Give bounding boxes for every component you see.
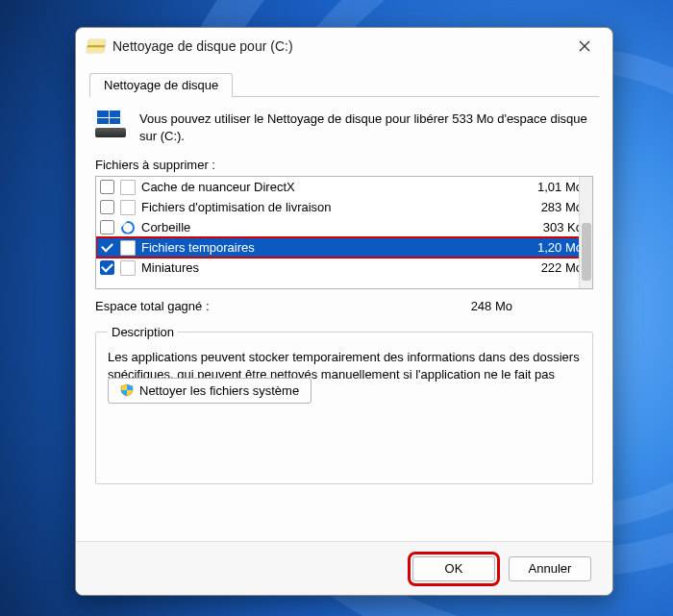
scrollbar[interactable] bbox=[579, 177, 592, 288]
file-size: 303 Ko bbox=[519, 220, 586, 234]
file-checkbox[interactable] bbox=[100, 240, 114, 255]
file-icon bbox=[120, 200, 136, 215]
scrollbar-thumb[interactable] bbox=[582, 223, 591, 281]
ok-button-label: OK bbox=[445, 561, 463, 576]
ok-button[interactable]: OK bbox=[412, 556, 495, 581]
file-icon bbox=[120, 240, 136, 256]
file-size: 1,01 Mo bbox=[519, 180, 586, 194]
file-name: Miniatures bbox=[141, 260, 519, 275]
close-icon bbox=[579, 40, 590, 52]
file-name: Fichiers temporaires bbox=[141, 240, 519, 255]
drive-icon bbox=[95, 111, 128, 137]
cancel-button-label: Annuler bbox=[529, 561, 572, 576]
file-checkbox[interactable] bbox=[100, 180, 114, 194]
total-space-row: Espace total gagné : 248 Mo bbox=[95, 299, 593, 313]
tab-disk-cleanup[interactable]: Nettoyage de disque bbox=[89, 73, 233, 97]
intro-text: Vous pouvez utiliser le Nettoyage de dis… bbox=[139, 111, 593, 144]
titlebar: Nettoyage de disque pour (C:) bbox=[76, 28, 612, 64]
shield-icon bbox=[120, 383, 134, 397]
dialog-footer: OK Annuler bbox=[76, 541, 612, 595]
file-size: 283 Mo bbox=[519, 200, 586, 214]
cancel-button[interactable]: Annuler bbox=[509, 556, 591, 581]
window-title: Nettoyage de disque pour (C:) bbox=[112, 38, 562, 54]
close-button[interactable] bbox=[562, 31, 607, 62]
file-row[interactable]: Fichiers d'optimisation de livraison283 … bbox=[96, 197, 592, 217]
file-name: Fichiers d'optimisation de livraison bbox=[141, 200, 519, 214]
file-size: 222 Mo bbox=[519, 260, 586, 275]
file-checkbox[interactable] bbox=[100, 220, 114, 234]
files-to-delete-label: Fichiers à supprimer : bbox=[95, 158, 593, 172]
file-icon bbox=[120, 180, 136, 195]
file-row[interactable]: Corbeille303 Ko bbox=[96, 217, 592, 237]
disk-cleanup-icon bbox=[87, 39, 106, 53]
file-name: Cache de nuanceur DirectX bbox=[141, 180, 519, 194]
description-legend: Description bbox=[108, 325, 178, 339]
description-group: Description Les applications peuvent sto… bbox=[95, 325, 593, 484]
total-space-value: 248 Mo bbox=[471, 299, 593, 313]
clean-system-files-button[interactable]: Nettoyer les fichiers système bbox=[108, 378, 312, 404]
disk-cleanup-dialog: Nettoyage de disque pour (C:) Nettoyage … bbox=[75, 27, 613, 596]
file-checkbox[interactable] bbox=[100, 200, 114, 214]
tab-label: Nettoyage de disque bbox=[104, 78, 218, 92]
clean-system-files-label: Nettoyer les fichiers système bbox=[139, 383, 299, 398]
recycle-bin-icon bbox=[120, 220, 136, 235]
file-row[interactable]: Miniatures222 Mo bbox=[96, 258, 592, 278]
file-icon bbox=[120, 260, 136, 276]
total-space-label: Espace total gagné : bbox=[95, 299, 210, 313]
file-row[interactable]: Fichiers temporaires1,20 Mo bbox=[96, 237, 592, 258]
files-to-delete-list[interactable]: Cache de nuanceur DirectX1,01 MoFichiers… bbox=[95, 176, 593, 289]
file-row[interactable]: Cache de nuanceur DirectX1,01 Mo bbox=[96, 177, 592, 197]
tabstrip: Nettoyage de disque bbox=[89, 70, 599, 97]
client-area: Nettoyage de disque Vous pouvez utiliser… bbox=[76, 64, 612, 541]
file-name: Corbeille bbox=[141, 220, 519, 234]
intro-block: Vous pouvez utiliser le Nettoyage de dis… bbox=[95, 111, 593, 144]
file-checkbox[interactable] bbox=[100, 260, 114, 275]
file-size: 1,20 Mo bbox=[519, 240, 586, 255]
